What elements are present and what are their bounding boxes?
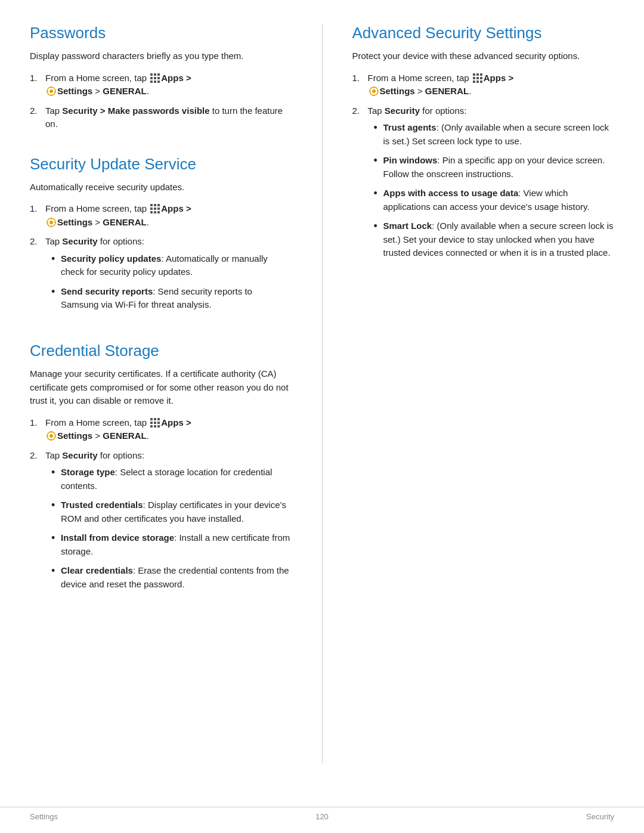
svg-point-25 bbox=[49, 221, 53, 224]
security-update-service-section: Security Update Service Automatically re… bbox=[30, 155, 292, 324]
footer-left: Settings bbox=[30, 812, 58, 821]
svg-rect-45 bbox=[473, 73, 475, 76]
svg-rect-15 bbox=[150, 204, 153, 206]
sub-item-install-from-storage: • Install from device storage: Install a… bbox=[45, 531, 292, 558]
svg-rect-46 bbox=[476, 73, 479, 76]
svg-rect-18 bbox=[150, 208, 153, 210]
sub-item-trusted-credentials: • Trusted credentials: Display certifica… bbox=[45, 498, 292, 525]
sub-item-security-policy: • Security policy updates: Automatically… bbox=[45, 252, 292, 279]
svg-rect-6 bbox=[150, 80, 153, 83]
svg-rect-49 bbox=[476, 77, 479, 79]
apps-icon bbox=[150, 73, 160, 83]
bullet-icon: • bbox=[51, 531, 56, 558]
svg-rect-32 bbox=[157, 418, 160, 420]
adv-sub-list: • Trust agents: (Only available when a s… bbox=[368, 121, 615, 260]
sub-item-trust-agents: • Trust agents: (Only available when a s… bbox=[368, 121, 615, 148]
adv-step-1: 1. From a Home screen, tap bbox=[352, 72, 615, 98]
bullet-icon: • bbox=[51, 498, 56, 525]
svg-rect-5 bbox=[157, 77, 160, 79]
step-content: From a Home screen, tap bbox=[45, 416, 292, 443]
column-divider bbox=[322, 24, 323, 763]
step-num: 1. bbox=[30, 72, 42, 98]
sus-sub-list: • Security policy updates: Automatically… bbox=[45, 252, 292, 312]
svg-rect-3 bbox=[150, 77, 153, 79]
advanced-security-settings-desc: Protect your device with these advanced … bbox=[352, 49, 615, 63]
bullet-icon: • bbox=[51, 252, 56, 279]
svg-point-10 bbox=[49, 89, 53, 93]
svg-rect-53 bbox=[480, 80, 482, 83]
passwords-title: Passwords bbox=[30, 24, 292, 42]
svg-rect-30 bbox=[150, 418, 153, 420]
cs-sub-list: • Storage type: Select a storage locatio… bbox=[45, 466, 292, 591]
sub-content: Send security reports: Send security rep… bbox=[61, 285, 292, 312]
svg-point-40 bbox=[49, 434, 53, 438]
svg-rect-36 bbox=[150, 425, 153, 428]
svg-rect-20 bbox=[157, 208, 160, 210]
step-num: 1. bbox=[352, 72, 364, 98]
passwords-step-2: 2. Tap Security > Make passwords visible… bbox=[30, 104, 292, 131]
svg-rect-21 bbox=[150, 211, 153, 213]
apps-icon bbox=[150, 417, 160, 428]
bullet-icon: • bbox=[51, 564, 56, 591]
step-num: 1. bbox=[30, 202, 42, 229]
sub-content: Install from device storage: Install a n… bbox=[61, 531, 292, 558]
sub-content: Smart Lock: (Only available when a secur… bbox=[383, 219, 615, 260]
svg-rect-35 bbox=[157, 422, 160, 424]
step-content: Tap Security for options: • Trust agents… bbox=[368, 104, 615, 266]
step-content: Tap Security > Make passwords visible to… bbox=[45, 104, 292, 131]
step-content: Tap Security for options: • Storage type… bbox=[45, 449, 292, 597]
sub-item-apps-usage-data: • Apps with access to usage data: View w… bbox=[368, 187, 615, 213]
cs-step-1: 1. From a Home screen, tap bbox=[30, 416, 292, 443]
step-num: 1. bbox=[30, 416, 42, 443]
passwords-step-1: 1. From a Home screen, tap bbox=[30, 72, 292, 98]
passwords-desc: Display password characters briefly as y… bbox=[30, 49, 292, 63]
settings-icon bbox=[369, 86, 379, 97]
settings-icon bbox=[46, 431, 57, 441]
svg-point-55 bbox=[372, 89, 376, 93]
svg-rect-52 bbox=[476, 80, 479, 83]
bullet-icon: • bbox=[374, 121, 379, 148]
sub-item-clear-credentials: • Clear credentials: Erase the credentia… bbox=[45, 564, 292, 591]
advanced-security-settings-section: Advanced Security Settings Protect your … bbox=[352, 24, 615, 272]
step-content: From a Home screen, tap bbox=[368, 72, 615, 98]
left-column: Passwords Display password characters br… bbox=[30, 24, 292, 763]
step-num: 2. bbox=[30, 449, 42, 597]
settings-icon bbox=[46, 86, 57, 97]
sus-step-1: 1. From a Home screen, tap bbox=[30, 202, 292, 229]
security-update-service-desc: Automatically receive security updates. bbox=[30, 181, 292, 194]
svg-rect-2 bbox=[157, 73, 160, 76]
svg-rect-22 bbox=[154, 211, 156, 213]
adv-steps: 1. From a Home screen, tap bbox=[352, 72, 615, 266]
svg-rect-7 bbox=[154, 80, 156, 83]
svg-rect-38 bbox=[157, 425, 160, 428]
step-num: 2. bbox=[30, 104, 42, 131]
svg-rect-1 bbox=[154, 73, 156, 76]
bullet-icon: • bbox=[374, 187, 379, 213]
right-column: Advanced Security Settings Protect your … bbox=[352, 24, 615, 763]
adv-step-2: 2. Tap Security for options: • Trust age… bbox=[352, 104, 615, 266]
svg-rect-48 bbox=[473, 77, 475, 79]
footer-right: Security bbox=[586, 812, 614, 821]
step-content: From a Home screen, tap bbox=[45, 202, 292, 229]
sus-step-2: 2. Tap Security for options: • Security … bbox=[30, 235, 292, 318]
svg-rect-47 bbox=[480, 73, 482, 76]
sub-content: Trusted credentials: Display certificate… bbox=[61, 498, 292, 525]
svg-rect-34 bbox=[154, 422, 156, 424]
svg-rect-19 bbox=[154, 208, 156, 210]
footer-center: 120 bbox=[315, 812, 329, 821]
cs-step-2: 2. Tap Security for options: • Storage t… bbox=[30, 449, 292, 597]
settings-icon bbox=[46, 217, 57, 228]
sub-content: Apps with access to usage data: View whi… bbox=[383, 187, 615, 213]
svg-rect-31 bbox=[154, 418, 156, 420]
svg-rect-17 bbox=[157, 204, 160, 206]
credential-storage-desc: Manage your security certificates. If a … bbox=[30, 367, 292, 408]
credential-storage-section: Credential Storage Manage your security … bbox=[30, 342, 292, 603]
bullet-icon: • bbox=[51, 285, 56, 312]
sub-item-smart-lock: • Smart Lock: (Only available when a sec… bbox=[368, 219, 615, 260]
svg-rect-4 bbox=[154, 77, 156, 79]
svg-rect-16 bbox=[154, 204, 156, 206]
svg-rect-37 bbox=[154, 425, 156, 428]
bullet-icon: • bbox=[374, 219, 379, 260]
sub-content: Storage type: Select a storage location … bbox=[61, 466, 292, 493]
sus-steps: 1. From a Home screen, tap bbox=[30, 202, 292, 318]
